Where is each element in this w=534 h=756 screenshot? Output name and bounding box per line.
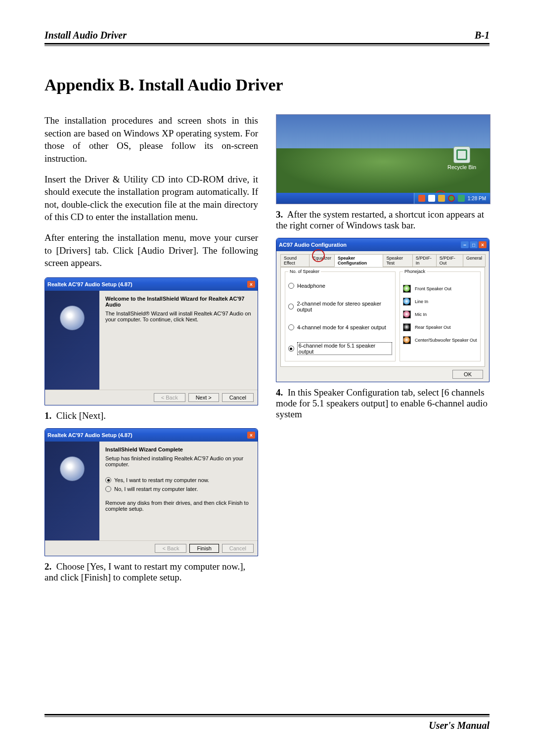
intro-para-1: The installation procedures and screen s… [44,114,258,165]
close-icon[interactable]: × [479,241,487,248]
option-4channel-label: 4-channel mode for 4 speaker output [297,324,386,330]
step1-num: 1. [44,410,51,421]
taskbar: 1:28 PM [276,193,490,204]
restart-later-option[interactable]: No, I will restart my computer later. [105,486,252,492]
installer-wizard-1: Realtek AC'97 Audio Setup (4.87) × Welco… [44,277,258,405]
group-no-of-speaker: No. of Speaker [288,269,321,274]
option-headphone-label: Headphone [297,283,325,289]
step2-num: 2. [44,561,51,572]
wizard2-title: Realtek AC'97 Audio Setup (4.87) [47,432,133,438]
tab-highlight-circle [312,249,325,262]
tab-speaker-configuration[interactable]: Speaker Configuration [334,254,383,267]
option-2channel-label: 2-channel mode for stereo speaker output [297,301,392,312]
audio-tray-icon[interactable] [448,195,455,202]
tab-speaker-test[interactable]: Speaker Test [383,254,412,267]
tab-spdif-out[interactable]: S/PDIF-Out [436,254,463,267]
wizard1-title: Realtek AC'97 Audio Setup (4.87) [47,281,133,287]
footer-label: User's Manual [44,720,490,731]
restart-later-label: No, I will restart my computer later. [114,486,198,492]
jack-mic-in: Mic In [403,311,477,318]
restart-now-label: Yes, I want to restart my computer now. [114,477,209,483]
disc-icon [60,456,85,481]
disc-icon [60,306,85,330]
option-6channel[interactable]: 6-channel mode for 5.1 speaker output [288,342,392,355]
jack-center-sub: Center/Subwoofer Speaker Out [403,336,477,344]
tray-icon[interactable] [418,195,425,202]
jack-rear-speaker: Rear Speaker Out [403,323,477,331]
intro-para-2: Insert the Driver & Utility CD into CD-R… [44,173,258,224]
option-2channel[interactable]: 2-channel mode for stereo speaker output [288,301,392,312]
wizard2-body: Setup has finished installing Realtek AC… [105,455,252,467]
tab-spdif-in[interactable]: S/PDIF-In [412,254,437,267]
wizard2-note: Remove any disks from their drives, and … [105,500,252,512]
step1-text: Click [Next]. [56,410,106,421]
step2-text: Choose [Yes, I want to restart my comput… [44,561,245,582]
jack-front-speaker: Front Speaker Out [403,285,477,293]
step3-text: After the system restarted, a shortcut i… [276,209,484,230]
jack-label: Center/Subwoofer Speaker Out [415,338,477,343]
back-button: < Back [154,393,185,402]
page-title: Appendix B. Install Audio Driver [44,76,490,94]
header-right: B-1 [475,30,490,41]
cancel-button: Cancel [222,544,254,553]
option-headphone[interactable]: Headphone [288,283,392,289]
installer-wizard-2: Realtek AC'97 Audio Setup (4.87) × Insta… [44,428,258,556]
ok-button[interactable]: OK [452,370,483,379]
jack-label: Rear Speaker Out [415,325,451,330]
next-button[interactable]: Next > [188,393,219,402]
tab-general[interactable]: General [463,254,486,267]
close-icon[interactable]: × [247,432,255,439]
step3-num: 3. [276,209,283,220]
group-phonejack: Phonejack [403,269,427,274]
desktop-screenshot: Recycle Bin 1:28 PM [276,114,490,204]
jack-label: Line In [415,299,428,304]
tab-sound-effect[interactable]: Sound Effect [280,254,310,267]
config-window-title: AC97 Audio Configuration [279,242,347,248]
ac97-config-window: AC97 Audio Configuration – □ × Sound Eff… [276,238,490,382]
jack-label: Mic In [415,312,427,317]
header-rule [44,43,490,46]
recycle-bin-label: Recycle Bin [442,164,482,170]
footer-rule [44,714,490,717]
step4-text: In this Speaker Configuration tab, selec… [276,387,488,419]
finish-button[interactable]: Finish [189,544,219,553]
taskbar-clock: 1:28 PM [468,196,486,201]
cancel-button[interactable]: Cancel [222,393,254,402]
step4-num: 4. [276,387,283,398]
maximize-icon[interactable]: □ [470,241,478,248]
tray-icon[interactable] [428,195,435,202]
option-6channel-label: 6-channel mode for 5.1 speaker output [297,342,392,355]
wizard1-heading: Welcome to the InstallShield Wizard for … [105,296,252,308]
header-left: Install Audio Driver [44,30,127,41]
minimize-icon[interactable]: – [461,241,469,248]
system-tray: 1:28 PM [414,193,490,204]
restart-now-option[interactable]: Yes, I want to restart my computer now. [105,477,252,483]
wizard2-heading: InstallShield Wizard Complete [105,446,252,452]
jack-label: Front Speaker Out [415,286,451,291]
tray-icon[interactable] [438,195,445,202]
wizard1-body: The InstallShield® Wizard will install R… [105,311,252,322]
tray-icon[interactable] [458,195,465,202]
back-button: < Back [155,544,186,553]
intro-para-3: After entering the installation menu, mo… [44,231,258,269]
option-4channel[interactable]: 4-channel mode for 4 speaker output [288,324,392,330]
jack-line-in: Line In [403,298,477,306]
config-tabs[interactable]: Sound Effect Equalizer Speaker Configura… [280,254,485,267]
recycle-bin-icon[interactable]: Recycle Bin [442,146,482,170]
close-icon[interactable]: × [247,281,255,288]
